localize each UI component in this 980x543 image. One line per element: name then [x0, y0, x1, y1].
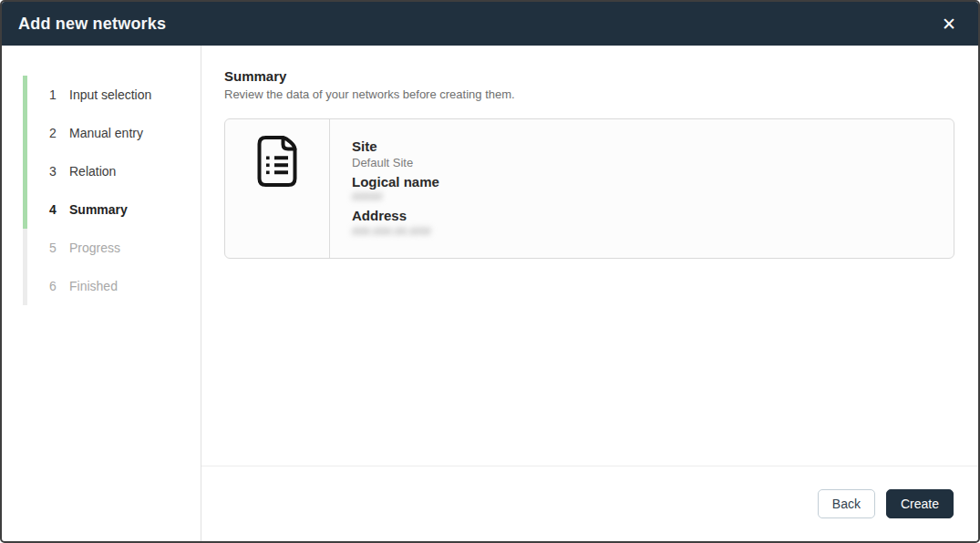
card-icon-cell: [225, 119, 330, 258]
page-subtitle: Review the data of your networks before …: [224, 87, 954, 101]
field-label-site: Site: [352, 138, 439, 156]
step-number: 3: [49, 164, 69, 179]
field-label-address: Address: [352, 208, 439, 225]
close-icon[interactable]: ✕: [936, 12, 962, 36]
network-summary-card: Site Default Site Logical name ##### Add…: [224, 118, 954, 259]
step-number: 5: [49, 241, 69, 255]
field-value-logical-name-redacted: #####: [352, 190, 439, 205]
card-fields: Site Default Site Logical name ##### Add…: [330, 119, 449, 258]
step-item-manual-entry[interactable]: 2 Manual entry: [27, 114, 151, 152]
add-new-networks-dialog: Add new networks ✕ 1 Input selection 2 M…: [0, 0, 980, 543]
field-value-address-redacted: ###.###.##.#/##: [352, 225, 439, 240]
create-button[interactable]: Create: [886, 489, 954, 519]
step-number: 2: [49, 126, 69, 140]
step-number: 6: [49, 279, 69, 293]
step-item-input-selection[interactable]: 1 Input selection: [27, 76, 151, 114]
step-label: Progress: [69, 241, 120, 255]
wizard-sidebar: 1 Input selection 2 Manual entry 3 Relat…: [2, 46, 201, 541]
dialog-header: Add new networks ✕: [2, 2, 978, 46]
step-label: Manual entry: [69, 126, 143, 140]
step-number: 1: [49, 87, 69, 102]
step-label: Relation: [69, 164, 116, 179]
dialog-title: Add new networks: [18, 15, 166, 34]
back-button[interactable]: Back: [818, 489, 875, 519]
field-value-site: Default Site: [352, 156, 439, 171]
step-label: Summary: [69, 202, 128, 217]
dialog-footer: Back Create: [201, 466, 978, 541]
step-item-summary[interactable]: 4 Summary: [27, 190, 151, 229]
page-title: Summary: [224, 68, 954, 84]
field-label-logical-name: Logical name: [352, 174, 439, 191]
step-item-progress: 5 Progress: [27, 229, 151, 267]
step-label: Input selection: [69, 87, 151, 102]
wizard-stepper: 1 Input selection 2 Manual entry 3 Relat…: [23, 76, 201, 305]
step-number: 4: [49, 202, 69, 217]
step-item-finished: 6 Finished: [27, 267, 151, 305]
step-item-relation[interactable]: 3 Relation: [27, 152, 151, 190]
document-list-icon: [255, 135, 299, 191]
step-label: Finished: [69, 279, 118, 293]
summary-panel: Summary Review the data of your networks…: [201, 46, 978, 466]
